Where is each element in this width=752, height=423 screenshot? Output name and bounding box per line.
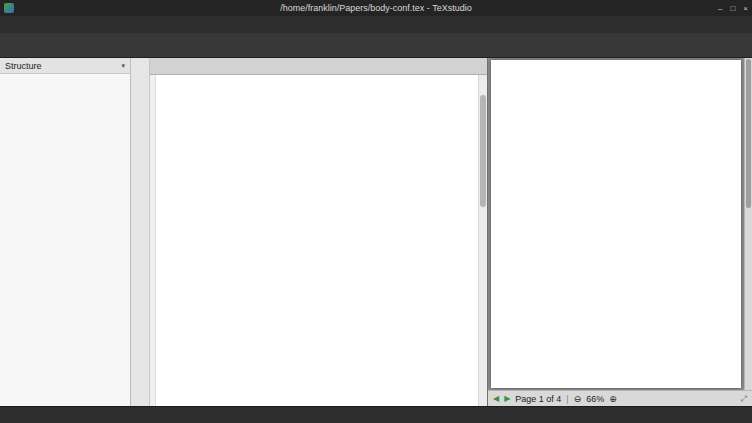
statusbar: [0, 406, 752, 423]
window-title: /home/franklin/Papers/body-conf.tex - Te…: [0, 3, 752, 13]
scrollbar-thumb[interactable]: [746, 59, 751, 208]
editor-scrollbar[interactable]: [478, 75, 487, 406]
close-button[interactable]: ×: [743, 4, 748, 13]
pdf-zoom-level: 66%: [586, 394, 604, 404]
menubar: [0, 16, 752, 33]
editor: [150, 75, 487, 406]
titlebar: /home/franklin/Papers/body-conf.tex - Te…: [0, 0, 752, 16]
next-page-icon[interactable]: ▶: [504, 394, 510, 403]
pdf-scrollbar[interactable]: [744, 58, 752, 390]
format-toolbar: [131, 58, 150, 406]
pdf-page: [491, 60, 741, 388]
previous-page-icon[interactable]: ◀: [493, 394, 499, 403]
pdf-page-indicator: Page 1 of 4: [515, 394, 561, 404]
zoom-out-icon[interactable]: ⊖: [574, 394, 582, 404]
chevron-down-icon: ▾: [121, 62, 125, 70]
main-toolbar: [0, 33, 752, 58]
minimize-button[interactable]: –: [718, 4, 722, 13]
window-controls: – □ ×: [718, 4, 748, 13]
maximize-button[interactable]: □: [730, 4, 735, 13]
structure-panel: Structure ▾: [0, 58, 131, 406]
code-area[interactable]: [156, 75, 478, 406]
editor-tabbar: [150, 58, 487, 75]
scrollbar-thumb[interactable]: [480, 95, 486, 208]
texstudio-window: /home/franklin/Papers/body-conf.tex - Te…: [0, 0, 752, 423]
zoom-in-icon[interactable]: ⊕: [609, 394, 617, 404]
structure-panel-title: Structure: [5, 61, 42, 71]
pdf-viewer-panel: ◀ ▶ Page 1 of 4 | ⊖ 66% ⊕ ⤢: [487, 58, 752, 406]
pdf-view: [488, 58, 752, 390]
editor-column: [150, 58, 487, 406]
structure-panel-header[interactable]: Structure ▾: [0, 58, 130, 74]
pdf-statusbar: ◀ ▶ Page 1 of 4 | ⊖ 66% ⊕ ⤢: [488, 390, 752, 406]
main-area: Structure ▾ ◀ ▶ Page 1 of 4 |: [0, 58, 752, 406]
fullscreen-icon[interactable]: ⤢: [741, 394, 747, 404]
divider: |: [566, 394, 568, 404]
app-icon: [4, 3, 14, 13]
